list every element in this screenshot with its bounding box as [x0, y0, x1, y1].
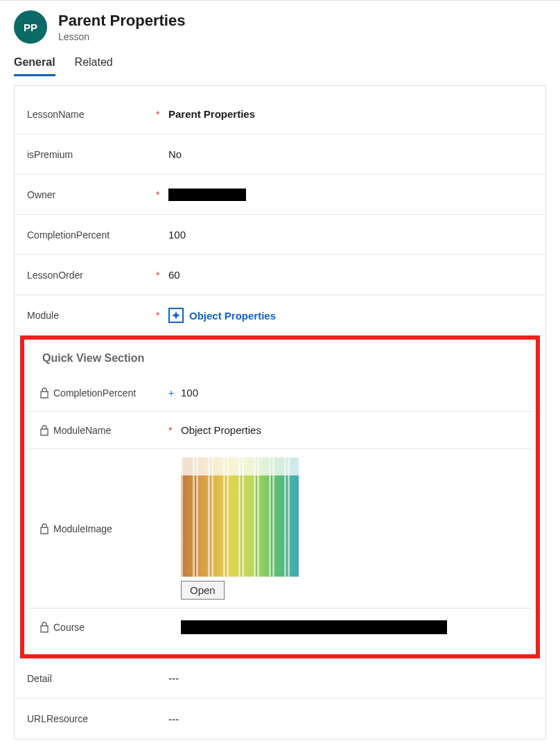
field-value: ---: [168, 713, 533, 725]
entity-type-label: Lesson: [58, 31, 185, 42]
field-label: LessonName: [27, 109, 156, 120]
required-indicator-icon: *: [168, 425, 172, 436]
field-value: 60: [168, 269, 533, 281]
field-label: isPremium: [27, 149, 156, 160]
quick-view-title: Quick View Section: [27, 345, 533, 374]
field-label: CompletionPercent: [27, 229, 156, 241]
entity-avatar: PP: [14, 10, 47, 44]
field-lesson-name[interactable]: LessonName * Parent Properties: [15, 94, 545, 134]
field-label: ModuleImage: [40, 457, 168, 600]
module-link[interactable]: Object Properties: [189, 310, 276, 322]
field-value: Open: [181, 457, 520, 600]
lookup-entity-icon: [168, 308, 184, 323]
field-value: [181, 620, 520, 634]
field-label: URLResource: [27, 713, 156, 724]
module-image-thumbnail[interactable]: [181, 457, 299, 577]
avatar-initials: PP: [24, 21, 37, 33]
field-label: Owner: [27, 189, 156, 200]
required-indicator-icon: *: [156, 109, 159, 120]
redacted-value: [181, 620, 447, 634]
field-module[interactable]: Module * Object Properties: [15, 295, 545, 335]
field-label: Detail: [27, 673, 156, 684]
tab-general[interactable]: General: [14, 51, 55, 76]
tab-bar: General Related: [0, 51, 560, 77]
field-label: LessonOrder: [27, 270, 156, 281]
field-label: ModuleName: [40, 425, 168, 436]
field-is-premium[interactable]: isPremium No: [15, 134, 545, 175]
field-url-resource[interactable]: URLResource ---: [15, 699, 545, 739]
field-value: Object Properties: [181, 424, 520, 436]
field-owner[interactable]: Owner *: [15, 175, 545, 215]
quick-view-section-highlight: Quick View Section CompletionPercent + 1…: [20, 335, 540, 658]
page-title: Parent Properties: [58, 12, 185, 30]
lock-icon: [40, 622, 49, 633]
lock-icon: [40, 523, 49, 534]
field-label: CompletionPercent: [40, 387, 168, 399]
lock-icon: [40, 425, 49, 436]
required-indicator-icon: *: [156, 270, 159, 281]
qv-field-completion-percent: CompletionPercent + 100: [27, 374, 533, 412]
redacted-value: [168, 189, 246, 201]
qv-field-module-name: ModuleName * Object Properties: [27, 412, 533, 449]
field-value: ---: [168, 672, 533, 684]
tab-related[interactable]: Related: [75, 51, 113, 76]
field-detail[interactable]: Detail ---: [15, 658, 545, 699]
field-value: Parent Properties: [168, 108, 533, 120]
field-value: 100: [181, 387, 520, 399]
qv-field-course: Course: [27, 609, 533, 646]
recommended-indicator-icon: +: [168, 387, 174, 399]
required-indicator-icon: *: [156, 310, 159, 321]
field-completion-percent[interactable]: CompletionPercent 100: [15, 215, 545, 255]
page-header: PP Parent Properties Lesson: [0, 1, 560, 51]
field-label: Course: [40, 622, 168, 633]
qv-field-module-image: ModuleImage Open: [27, 449, 533, 609]
field-label: Module: [27, 310, 156, 321]
field-value: Object Properties: [168, 308, 533, 323]
field-value: 100: [168, 229, 533, 241]
lock-icon: [40, 387, 49, 399]
form-card: LessonName * Parent Properties isPremium…: [14, 85, 546, 740]
field-value: No: [168, 148, 533, 160]
open-image-button[interactable]: Open: [181, 581, 225, 600]
title-block: Parent Properties Lesson: [58, 12, 185, 42]
field-value: [168, 189, 533, 201]
required-indicator-icon: *: [156, 189, 159, 200]
field-lesson-order[interactable]: LessonOrder * 60: [15, 255, 545, 295]
